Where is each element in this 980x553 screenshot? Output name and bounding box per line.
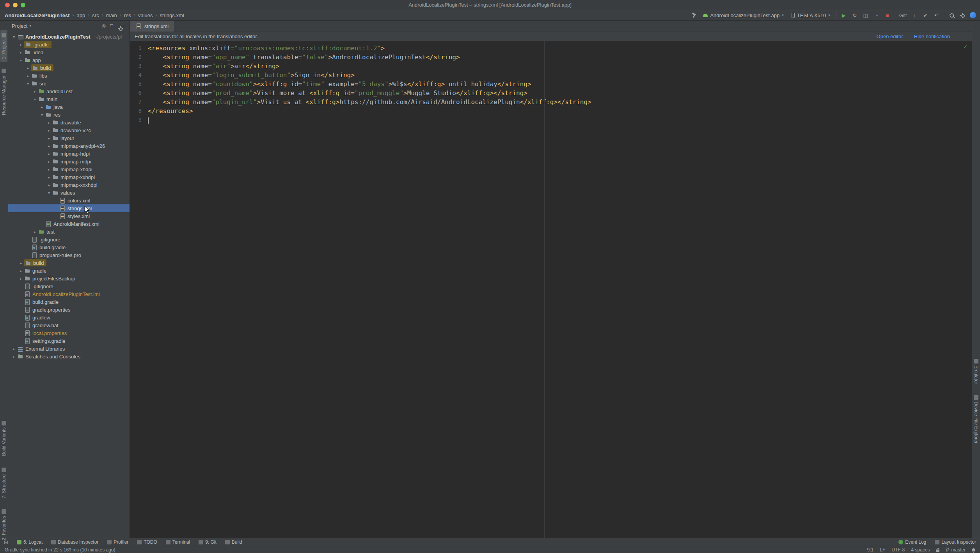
tree-item-scratches-and-consoles[interactable]: ▸Scratches and Consoles	[8, 353, 130, 360]
tree-item-androidlocalizeplugintest[interactable]: ▾AndroidLocalizePluginTest~/projects/pl	[8, 33, 130, 41]
line-number[interactable]: 8	[130, 106, 148, 115]
code-line-5[interactable]: 5 <string name="countdown"><xliff:g id="…	[130, 80, 972, 89]
tree-toggle-icon[interactable]: ▸	[46, 128, 52, 133]
tree-item-test[interactable]: ▸test	[8, 228, 130, 236]
tree-item-proguard-rules-pro[interactable]: proguard-rules.pro	[8, 251, 130, 259]
breadcrumb-item-app[interactable]: app	[76, 12, 86, 19]
stop-button[interactable]: ■	[884, 12, 891, 19]
tree-toggle-icon[interactable]: ▸	[18, 276, 24, 281]
line-number[interactable]: 4	[130, 71, 148, 80]
tree-item-idea[interactable]: ▸.idea	[8, 48, 130, 56]
tree-toggle-icon[interactable]: ▸	[39, 105, 45, 109]
project-panel-title[interactable]: Project	[12, 23, 27, 29]
tree-item-libs[interactable]: ▸libs	[8, 72, 130, 80]
tree-toggle-icon[interactable]: ▸	[25, 66, 31, 70]
breadcrumb-item-androidlocalizeplugintest[interactable]: AndroidLocalizePluginTest	[4, 12, 71, 19]
file-encoding[interactable]: UTF-8	[891, 547, 905, 553]
tool-window-button-terminal[interactable]: Terminal	[166, 539, 190, 545]
breadcrumb-item-res[interactable]: res	[123, 12, 132, 19]
select-opened-file-icon[interactable]	[101, 23, 105, 28]
line-number[interactable]: 5	[130, 80, 148, 89]
line-separator[interactable]: LF	[880, 547, 885, 553]
tree-item-values[interactable]: ▾values	[8, 189, 130, 197]
line-number[interactable]: 1	[130, 44, 148, 53]
close-window-button[interactable]	[5, 3, 10, 7]
tree-toggle-icon[interactable]: ▸	[18, 50, 24, 55]
tab-strings-xml[interactable]: strings.xml	[130, 21, 174, 32]
tree-item-androidlocalizeplugintest-iml[interactable]: AndroidLocalizePluginTest.iml	[8, 290, 130, 298]
tree-item-src[interactable]: ▾src	[8, 80, 130, 87]
tool-window-button-todo[interactable]: TODO	[137, 539, 157, 545]
tree-item-java[interactable]: ▸java	[8, 103, 130, 111]
code-line-2[interactable]: 2 <string name="app_name" translatable="…	[130, 53, 972, 62]
tree-toggle-icon[interactable]: ▸	[25, 74, 31, 78]
update-project-button[interactable]: ↓	[911, 12, 918, 19]
readonly-toggle[interactable]	[936, 548, 939, 552]
open-editor-link[interactable]: Open editor	[877, 34, 903, 39]
notifications-toggle[interactable]	[972, 548, 975, 551]
tree-item-projectfilesbackup[interactable]: ▸projectFilesBackup	[8, 275, 130, 282]
caret-position[interactable]: 9:1	[867, 547, 874, 553]
inspections-ok-icon[interactable]	[964, 43, 967, 50]
tree-item-gradle[interactable]: ▸gradle	[8, 267, 130, 275]
code-line-3[interactable]: 3 <string name="air">air</string>	[130, 62, 972, 71]
breadcrumb-item-strings-xml[interactable]: strings.xml	[159, 12, 185, 19]
tree-toggle-icon[interactable]: ▸	[46, 160, 52, 164]
tree-item-strings-xml[interactable]: strings.xml	[8, 204, 130, 212]
tree-toggle-icon[interactable]: ▸	[11, 347, 17, 351]
tree-item-mipmap-xxhdpi[interactable]: ▸mipmap-xxhdpi	[8, 173, 130, 181]
tool-button-build-variants[interactable]: Build Variants	[0, 418, 7, 459]
tree-toggle-icon[interactable]: ▸	[46, 121, 52, 125]
tree-item-gradlew[interactable]: gradlew	[8, 314, 130, 321]
tree-item-mipmap-anydpi-v26[interactable]: ▸mipmap-anydpi-v26	[8, 142, 130, 150]
tool-button-1-project[interactable]: 1: Project	[0, 30, 7, 62]
tree-toggle-icon[interactable]: ▸	[46, 152, 52, 156]
status-message[interactable]: Gradle sync finished in 22 s 169 ms (10 …	[5, 547, 115, 553]
tree-toggle-icon[interactable]: ▸	[46, 144, 52, 148]
breadcrumb-item-values[interactable]: values	[137, 12, 154, 19]
tree-item-drawable-v24[interactable]: ▸drawable-v24	[8, 126, 130, 134]
collapse-all-icon[interactable]	[110, 23, 114, 28]
tool-button-7-structure[interactable]: 7: Structure	[0, 465, 7, 501]
tree-item-mipmap-xxxhdpi[interactable]: ▸mipmap-xxxhdpi	[8, 181, 130, 189]
zoom-window-button[interactable]	[21, 3, 25, 7]
tree-item-gradle-properties[interactable]: gradle.properties	[8, 306, 130, 314]
code-line-6[interactable]: 6 <string name="prod_name">Visit more at…	[130, 89, 972, 97]
indent-style[interactable]: 4 spaces	[911, 547, 930, 553]
code-editor[interactable]: 1<resources xmlns:xliff="urn:oasis:names…	[130, 41, 972, 538]
tree-item-gradlew-bat[interactable]: gradlew.bat	[8, 321, 130, 329]
line-number[interactable]: 7	[130, 97, 148, 106]
tree-item-gitignore[interactable]: .gitignore	[8, 282, 130, 290]
tree-item-settings-gradle[interactable]: settings.gradle	[8, 337, 130, 345]
tree-item-mipmap-mdpi[interactable]: ▸mipmap-mdpi	[8, 158, 130, 165]
tree-item-drawable[interactable]: ▸drawable	[8, 119, 130, 126]
settings-button[interactable]	[959, 12, 966, 19]
tree-toggle-icon[interactable]: ▸	[32, 230, 38, 234]
tool-button-device-file-explorer[interactable]: Device File Explorer	[973, 392, 980, 446]
hide-notification-link[interactable]: Hide notification	[914, 34, 950, 39]
tree-item-layout[interactable]: ▸layout	[8, 134, 130, 142]
tree-item-build-gradle[interactable]: build.gradle	[8, 298, 130, 306]
code-line-8[interactable]: 8</resources>	[130, 106, 972, 115]
tree-toggle-icon[interactable]: ▸	[18, 43, 24, 47]
code-line-4[interactable]: 4 <string name="login_submit_button">Sig…	[130, 71, 972, 80]
tree-toggle-icon[interactable]: ▾	[18, 58, 24, 62]
tool-window-button-event-log[interactable]: Event Log	[898, 539, 926, 545]
tree-item-androidtest[interactable]: ▸androidTest	[8, 87, 130, 95]
tree-toggle-icon[interactable]: ▸	[46, 167, 52, 172]
tree-toggle-icon[interactable]: ▾	[11, 35, 17, 39]
code-line-1[interactable]: 1<resources xmlns:xliff="urn:oasis:names…	[130, 44, 972, 53]
tree-item-colors-xml[interactable]: colors.xml	[8, 197, 130, 204]
line-number[interactable]: 3	[130, 62, 148, 71]
tree-item-styles-xml[interactable]: styles.xml	[8, 212, 130, 220]
tree-toggle-icon[interactable]: ▾	[32, 97, 38, 101]
tree-item-gitignore[interactable]: .gitignore	[8, 236, 130, 243]
tree-item-main[interactable]: ▾main	[8, 95, 130, 103]
tree-toggle-icon[interactable]: ▸	[46, 175, 52, 179]
tree-toggle-icon[interactable]: ▸	[46, 183, 52, 187]
tool-window-button-build[interactable]: Build	[225, 539, 242, 545]
code-line-7[interactable]: 7 <string name="plugin_url">Visit us at …	[130, 97, 972, 106]
line-number[interactable]: 2	[130, 53, 148, 62]
breadcrumb-item-src[interactable]: src	[91, 12, 99, 19]
tool-window-button-database-inspector[interactable]: Database Inspector	[51, 539, 98, 545]
